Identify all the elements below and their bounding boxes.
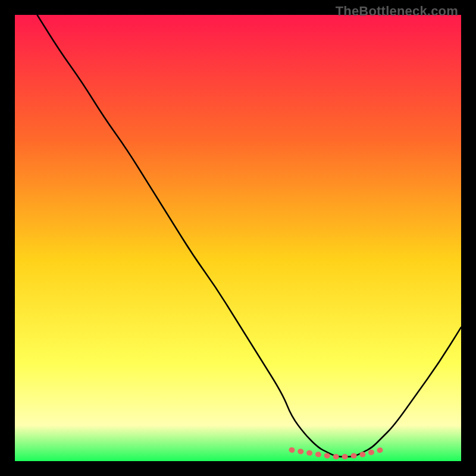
bottleneck-chart bbox=[15, 15, 461, 461]
chart-frame bbox=[15, 15, 461, 461]
watermark-text: TheBottleneck.com bbox=[336, 4, 458, 19]
